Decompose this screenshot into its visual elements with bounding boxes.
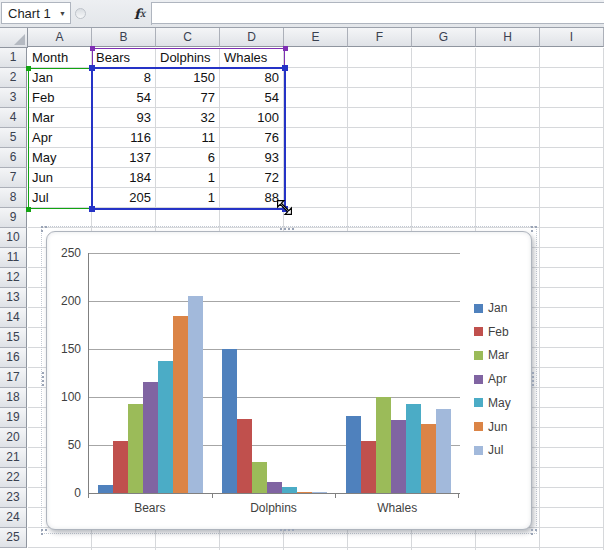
bar-apr-dolphins[interactable] [267, 482, 282, 493]
column-header-G[interactable]: G [412, 28, 476, 47]
row-header-3[interactable]: 3 [0, 88, 27, 108]
row-header-6[interactable]: 6 [0, 148, 27, 168]
cell-B8[interactable]: 205 [92, 188, 156, 208]
row-header-9[interactable]: 9 [0, 208, 27, 228]
chart-grip-bottom-right[interactable] [531, 529, 533, 531]
row-header-10[interactable]: 10 [0, 228, 27, 248]
selection-handle-purple-1[interactable] [283, 46, 288, 51]
cell-B3[interactable]: 54 [92, 88, 156, 108]
cell-D4[interactable]: 100 [220, 108, 284, 128]
bar-feb-whales[interactable] [361, 441, 376, 493]
row-header-16[interactable]: 16 [0, 348, 27, 368]
bar-jan-dolphins[interactable] [222, 349, 237, 493]
row-header-22[interactable]: 22 [0, 468, 27, 488]
row-header-14[interactable]: 14 [0, 308, 27, 328]
bar-jul-dolphins[interactable] [312, 492, 327, 493]
cell-A4[interactable]: Mar [28, 108, 92, 128]
bar-mar-bears[interactable] [128, 404, 143, 493]
bar-feb-dolphins[interactable] [237, 419, 252, 493]
cell-B6[interactable]: 137 [92, 148, 156, 168]
cell-C1[interactable]: Dolphins [156, 48, 220, 68]
legend-item-may[interactable]: May [474, 396, 511, 410]
row-header-8[interactable]: 8 [0, 188, 27, 208]
cell-C6[interactable]: 6 [156, 148, 220, 168]
cell-C5[interactable]: 11 [156, 128, 220, 148]
cell-B4[interactable]: 93 [92, 108, 156, 128]
cell-D7[interactable]: 72 [220, 168, 284, 188]
bar-mar-whales[interactable] [376, 397, 391, 493]
cell-D8[interactable]: 88 [220, 188, 284, 208]
row-header-12[interactable]: 12 [0, 268, 27, 288]
bar-apr-whales[interactable] [391, 420, 406, 493]
row-header-4[interactable]: 4 [0, 108, 27, 128]
cell-C7[interactable]: 1 [156, 168, 220, 188]
insert-function-button[interactable]: fx [129, 3, 150, 24]
selection-handle-green-0[interactable] [26, 66, 31, 71]
formula-input[interactable] [152, 2, 604, 24]
row-header-11[interactable]: 11 [0, 248, 27, 268]
cell-D6[interactable]: 93 [220, 148, 284, 168]
legend-item-jun[interactable]: Jun [474, 420, 507, 434]
chart-grip-bottom[interactable] [280, 529, 294, 531]
column-header-D[interactable]: D [220, 28, 284, 47]
cell-C3[interactable]: 77 [156, 88, 220, 108]
column-header-C[interactable]: C [156, 28, 220, 47]
bar-jan-bears[interactable] [98, 485, 113, 493]
bar-jun-bears[interactable] [173, 316, 188, 493]
cell-A8[interactable]: Jul [28, 188, 92, 208]
cell-D1[interactable]: Whales [220, 48, 284, 68]
cell-A5[interactable]: Apr [28, 128, 92, 148]
chart-grip-left[interactable] [42, 372, 44, 386]
bar-jul-whales[interactable] [436, 409, 451, 493]
selection-handle-green-2[interactable] [26, 207, 31, 212]
row-header-1[interactable]: 1 [0, 48, 27, 68]
bar-jan-whales[interactable] [346, 416, 361, 493]
chart-grip-top-right[interactable] [531, 226, 533, 228]
column-header-F[interactable]: F [348, 28, 412, 47]
cell-A6[interactable]: May [28, 148, 92, 168]
bar-may-bears[interactable] [158, 361, 173, 493]
row-header-7[interactable]: 7 [0, 168, 27, 188]
column-header-B[interactable]: B [92, 28, 156, 47]
selection-handle-purple-0[interactable] [90, 46, 95, 51]
row-header-25[interactable]: 25 [0, 528, 27, 548]
selection-handle-blue-2[interactable] [89, 206, 95, 212]
select-all-corner[interactable] [0, 28, 28, 48]
row-header-2[interactable]: 2 [0, 68, 27, 88]
cell-A2[interactable]: Jan [28, 68, 92, 88]
row-header-23[interactable]: 23 [0, 488, 27, 508]
cell-B7[interactable]: 184 [92, 168, 156, 188]
row-header-17[interactable]: 17 [0, 368, 27, 388]
legend-item-feb[interactable]: Feb [474, 325, 509, 339]
row-header-19[interactable]: 19 [0, 408, 27, 428]
column-header-A[interactable]: A [28, 28, 92, 47]
row-header-18[interactable]: 18 [0, 388, 27, 408]
bar-may-dolphins[interactable] [282, 487, 297, 493]
cell-A3[interactable]: Feb [28, 88, 92, 108]
legend-item-apr[interactable]: Apr [474, 372, 507, 386]
chart-grip-right[interactable] [532, 372, 534, 386]
name-box-dropdown-icon[interactable]: ▼ [59, 10, 70, 17]
row-header-5[interactable]: 5 [0, 128, 27, 148]
cell-A7[interactable]: Jun [28, 168, 92, 188]
row-header-15[interactable]: 15 [0, 328, 27, 348]
legend-item-jan[interactable]: Jan [474, 301, 507, 315]
selection-handle-blue-1[interactable] [282, 65, 288, 71]
legend-item-jul[interactable]: Jul [474, 443, 503, 457]
row-header-24[interactable]: 24 [0, 508, 27, 528]
cell-C8[interactable]: 1 [156, 188, 220, 208]
column-header-E[interactable]: E [284, 28, 348, 47]
bar-may-whales[interactable] [406, 404, 421, 493]
cell-D5[interactable]: 76 [220, 128, 284, 148]
chart-grip-top-left[interactable] [41, 226, 43, 228]
bar-jun-dolphins[interactable] [297, 492, 312, 493]
bar-jul-bears[interactable] [188, 296, 203, 493]
cell-D2[interactable]: 80 [220, 68, 284, 88]
cell-C2[interactable]: 150 [156, 68, 220, 88]
cell-A1[interactable]: Month [28, 48, 92, 68]
cell-B1[interactable]: Bears [92, 48, 156, 68]
bar-mar-dolphins[interactable] [252, 462, 267, 493]
cell-D3[interactable]: 54 [220, 88, 284, 108]
column-header-H[interactable]: H [476, 28, 540, 47]
column-header-I[interactable]: I [540, 28, 604, 47]
